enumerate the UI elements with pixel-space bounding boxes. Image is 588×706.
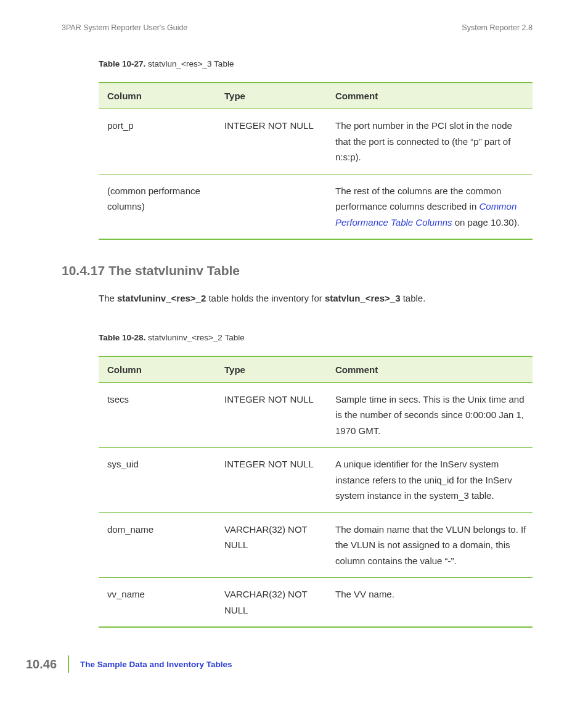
page-header: 3PAR System Reporter User's Guide System… [62, 23, 533, 32]
th-column: Column [99, 356, 216, 383]
text: The rest of the columns are the common p… [335, 186, 501, 212]
cell-comment: The port number in the PCI slot in the n… [327, 109, 533, 174]
text: table. [400, 293, 425, 303]
footer-section-link[interactable]: The Sample Data and Inventory Tables [69, 660, 232, 669]
cell-column: tsecs [99, 382, 216, 448]
text: The [99, 293, 117, 303]
page-number: 10.46 [26, 655, 69, 673]
cell-type: VARCHAR(32) NOT NULL [216, 578, 327, 628]
cell-column: dom_name [99, 512, 216, 578]
cell-type [216, 174, 327, 239]
cell-column: sys_uid [99, 448, 216, 513]
cell-comment: Sample time in secs. This is the Unix ti… [327, 382, 533, 448]
header-right: System Reporter 2.8 [462, 23, 533, 32]
cell-type: VARCHAR(32) NOT NULL [216, 512, 327, 578]
table-row: (common performance columns) The rest of… [99, 174, 533, 239]
table-27-caption: Table 10-27. statvlun_<res>_3 Table [99, 59, 533, 68]
th-type: Type [216, 83, 327, 109]
table-row: dom_name VARCHAR(32) NOT NULL The domain… [99, 512, 533, 578]
section-heading: 10.4.17 The statvluninv Table [62, 263, 533, 278]
section-intro: The statvluninv_<res>_2 table holds the … [99, 292, 533, 306]
cell-comment: The domain name that the VLUN belongs to… [327, 512, 533, 578]
th-comment: Comment [327, 83, 533, 109]
table-28-caption-text: statvluninv_<res>_2 Table [145, 333, 244, 342]
text: on page 10.30). [452, 217, 520, 228]
cell-comment: The rest of the columns are the common p… [327, 174, 533, 239]
text: table holds the inventory for [206, 293, 325, 303]
cell-column: (common performance columns) [99, 174, 216, 239]
table-27: Column Type Comment port_p INTEGER NOT N… [99, 82, 533, 240]
cell-type: INTEGER NOT NULL [216, 448, 327, 513]
cell-comment: A unique identifier for the InServ syste… [327, 448, 533, 513]
table-27-caption-text: statvlun_<res>_3 Table [145, 59, 234, 68]
text-bold: statvluninv_<res>_2 [117, 293, 206, 303]
text-bold: statvlun_<res>_3 [325, 293, 401, 303]
table-row: vv_name VARCHAR(32) NOT NULL The VV name… [99, 578, 533, 628]
cell-column: port_p [99, 109, 216, 174]
table-27-caption-label: Table 10-27. [99, 59, 145, 68]
cell-comment: The VV name. [327, 578, 533, 628]
cell-type: INTEGER NOT NULL [216, 382, 327, 448]
table-row: tsecs INTEGER NOT NULL Sample time in se… [99, 382, 533, 448]
th-column: Column [99, 83, 216, 109]
table-28-caption: Table 10-28. statvluninv_<res>_2 Table [99, 333, 533, 342]
table-header-row: Column Type Comment [99, 356, 533, 383]
th-comment: Comment [327, 356, 533, 383]
header-left: 3PAR System Reporter User's Guide [62, 23, 187, 32]
table-header-row: Column Type Comment [99, 83, 533, 109]
cell-type: INTEGER NOT NULL [216, 109, 327, 174]
th-type: Type [216, 356, 327, 383]
table-28-caption-label: Table 10-28. [99, 333, 145, 342]
page-footer: 10.46 The Sample Data and Inventory Tabl… [26, 655, 232, 673]
table-row: sys_uid INTEGER NOT NULL A unique identi… [99, 448, 533, 513]
table-28: Column Type Comment tsecs INTEGER NOT NU… [99, 356, 533, 628]
cell-column: vv_name [99, 578, 216, 628]
table-row: port_p INTEGER NOT NULL The port number … [99, 109, 533, 174]
